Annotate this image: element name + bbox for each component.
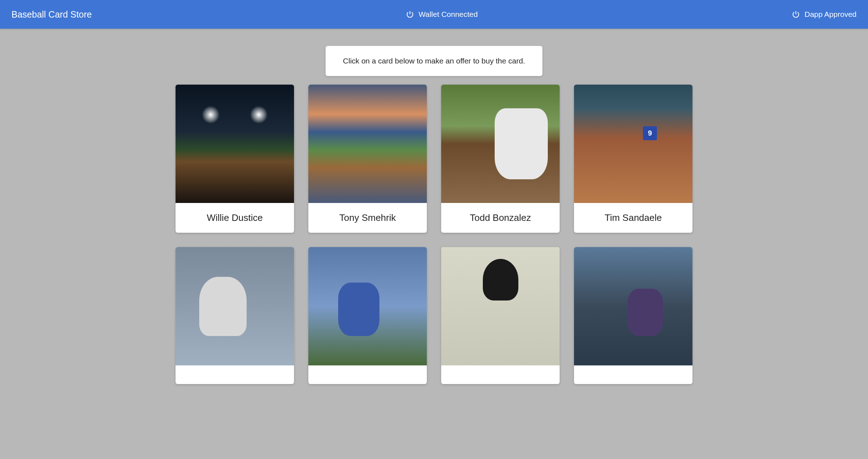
card-item[interactable] bbox=[308, 247, 427, 384]
card-image bbox=[574, 247, 692, 365]
power-icon bbox=[406, 10, 414, 19]
card-image bbox=[176, 247, 294, 365]
card-item[interactable] bbox=[574, 247, 692, 384]
main-content: Click on a card below to make an offer t… bbox=[0, 29, 868, 401]
app-header: Baseball Card Store Wallet Connected Dap… bbox=[0, 0, 868, 29]
card-name-label bbox=[574, 365, 692, 384]
cards-grid: Willie Dustice Tony Smehrik Todd Bonzale… bbox=[176, 85, 692, 384]
card-name-label bbox=[176, 365, 294, 384]
card-name-label bbox=[308, 365, 427, 384]
power-icon bbox=[792, 10, 800, 19]
card-name-label: Willie Dustice bbox=[176, 203, 294, 233]
instruction-box: Click on a card below to make an offer t… bbox=[326, 46, 542, 76]
card-name-label: Todd Bonzalez bbox=[441, 203, 560, 233]
card-name-label bbox=[441, 365, 560, 384]
card-name-label: Tim Sandaele bbox=[574, 203, 692, 233]
card-image bbox=[441, 247, 560, 365]
card-item[interactable] bbox=[441, 247, 560, 384]
card-image bbox=[308, 247, 427, 365]
app-title: Baseball Card Store bbox=[11, 9, 92, 20]
card-item[interactable] bbox=[176, 247, 294, 384]
card-image bbox=[176, 85, 294, 203]
instruction-text: Click on a card below to make an offer t… bbox=[343, 57, 525, 65]
card-todd-bonzalez[interactable]: Todd Bonzalez bbox=[441, 85, 560, 233]
dapp-status-label: Dapp Approved bbox=[804, 10, 857, 19]
dapp-status[interactable]: Dapp Approved bbox=[792, 10, 857, 19]
card-name-label: Tony Smehrik bbox=[308, 203, 427, 233]
card-image bbox=[574, 85, 692, 203]
wallet-status-label: Wallet Connected bbox=[419, 10, 478, 19]
card-tony-smehrik[interactable]: Tony Smehrik bbox=[308, 85, 427, 233]
card-tim-sandaele[interactable]: Tim Sandaele bbox=[574, 85, 692, 233]
card-image bbox=[308, 85, 427, 203]
card-image bbox=[441, 85, 560, 203]
wallet-status[interactable]: Wallet Connected bbox=[406, 10, 478, 19]
card-willie-dustice[interactable]: Willie Dustice bbox=[176, 85, 294, 233]
